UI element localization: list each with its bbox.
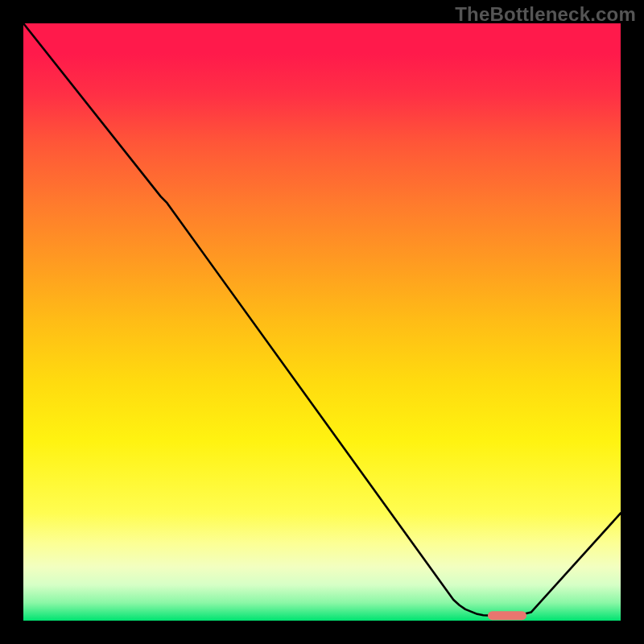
- plot-area: [23, 23, 621, 621]
- chart-svg: [23, 23, 621, 621]
- background-gradient: [23, 23, 621, 621]
- watermark-text: TheBottleneck.com: [455, 3, 636, 26]
- chart-frame: TheBottleneck.com: [0, 0, 644, 644]
